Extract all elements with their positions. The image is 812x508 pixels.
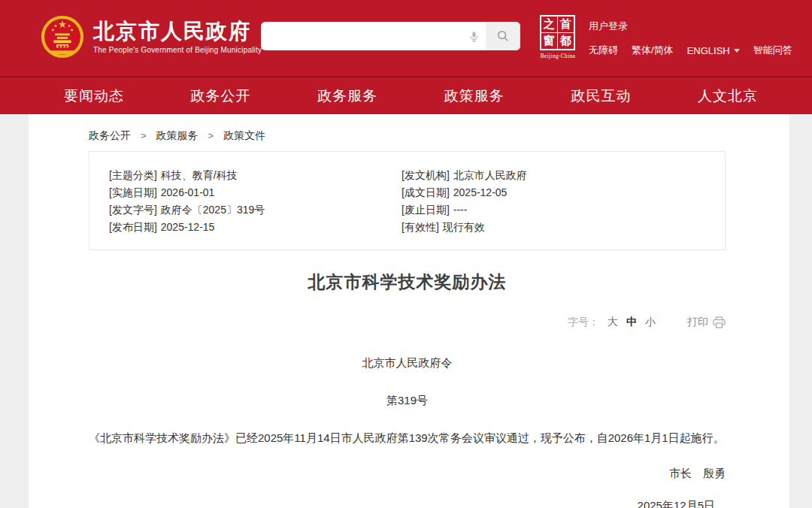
meta-row-signed-date: [成文日期]2025-12-05 bbox=[401, 184, 717, 201]
meta-label: [发布日期] bbox=[109, 221, 157, 233]
search-bar bbox=[261, 22, 520, 50]
breadcrumb-item-policy-services[interactable]: 政策服务 bbox=[156, 129, 198, 141]
document-toolbar: 字号： 大 中 小 打印 bbox=[89, 316, 726, 329]
nav-item-public-interaction[interactable]: 政民互动 bbox=[571, 86, 631, 106]
seal-char: 之 bbox=[541, 17, 558, 33]
page: 北京市人民政府 The People's Government of Beiji… bbox=[0, 0, 812, 508]
date-line: 2025年12月5日 bbox=[89, 497, 726, 508]
font-size-label: 字号： bbox=[568, 316, 599, 329]
decree-paragraph: 《北京市科学技术奖励办法》已经2025年11月14日市人民政府第139次常务会议… bbox=[89, 429, 726, 446]
search-icon bbox=[496, 29, 510, 43]
meta-row-topic: [主题分类]科技、教育/科技 bbox=[109, 167, 401, 184]
english-label: ENGLISH bbox=[687, 45, 730, 56]
search-button[interactable] bbox=[486, 22, 520, 50]
breadcrumb-separator: > bbox=[141, 130, 147, 141]
english-link[interactable]: ENGLISH bbox=[687, 45, 740, 56]
decree-issuer: 北京市人民政府令 bbox=[89, 354, 726, 371]
print-label: 打印 bbox=[687, 316, 708, 329]
seal-caption: Beijing-China bbox=[540, 53, 576, 59]
metadata-left-column: [主题分类]科技、教育/科技 [实施日期]2026-01-01 [发文字号]政府… bbox=[109, 167, 401, 236]
quick-links: 无障碍 繁体/简体 ENGLISH 智能问答 bbox=[589, 44, 792, 57]
smart-qa-link[interactable]: 智能问答 bbox=[753, 44, 792, 57]
logo-text: 北京市人民政府 The People's Government of Beiji… bbox=[93, 20, 262, 54]
meta-label: [有效性] bbox=[401, 221, 439, 233]
site-logo[interactable]: 北京市人民政府 The People's Government of Beiji… bbox=[41, 15, 262, 59]
meta-value: 2025-12-05 bbox=[453, 186, 508, 198]
national-emblem-icon bbox=[41, 15, 84, 59]
main-nav: 要闻动态 政务公开 政务服务 政策服务 政民互动 人文北京 bbox=[0, 76, 812, 114]
breadcrumb-item-policy-documents[interactable]: 政策文件 bbox=[223, 129, 265, 141]
nav-item-gov-disclosure[interactable]: 政务公开 bbox=[191, 86, 251, 106]
nav-item-news[interactable]: 要闻动态 bbox=[64, 86, 124, 106]
printer-icon bbox=[713, 316, 726, 328]
meta-row-issuing-agency: [发文机构]北京市人民政府 bbox=[401, 167, 717, 184]
meta-row-doc-number: [发文字号]政府令〔2025〕319号 bbox=[109, 201, 401, 219]
signature-line: 市长 殷勇 bbox=[89, 464, 726, 482]
seal-char: 都 bbox=[558, 33, 574, 50]
meta-value: 政府令〔2025〕319号 bbox=[161, 204, 265, 216]
voice-search-button[interactable] bbox=[462, 22, 486, 50]
meta-label: [发文字号] bbox=[109, 204, 157, 216]
nav-item-gov-services[interactable]: 政务服务 bbox=[317, 86, 377, 106]
meta-label: [主题分类] bbox=[109, 169, 157, 181]
search-input[interactable] bbox=[261, 22, 462, 50]
accessibility-link[interactable]: 无障碍 bbox=[589, 44, 618, 57]
meta-value: 2025-12-15 bbox=[161, 221, 215, 233]
capital-window-seal-icon: 之 首 窗 都 bbox=[540, 15, 575, 50]
meta-row-validity: [有效性]现行有效 bbox=[401, 219, 717, 236]
font-size-large-button[interactable]: 大 bbox=[607, 316, 618, 329]
header-links: 用户登录 无障碍 繁体/简体 ENGLISH 智能问答 bbox=[589, 19, 792, 57]
site-subtitle: The People's Government of Beijing Munic… bbox=[93, 46, 262, 54]
traditional-simplified-link[interactable]: 繁体/简体 bbox=[632, 44, 674, 57]
meta-value: 2026-01-01 bbox=[161, 186, 215, 198]
decree-number: 第319号 bbox=[89, 392, 726, 409]
meta-label: [发文机构] bbox=[401, 169, 450, 181]
dropdown-arrow-icon bbox=[734, 49, 740, 53]
site-title: 北京市人民政府 bbox=[93, 20, 262, 44]
meta-row-effective-date: [实施日期]2026-01-01 bbox=[109, 184, 401, 201]
font-size-small-button[interactable]: 小 bbox=[645, 316, 656, 329]
microphone-icon bbox=[468, 30, 480, 43]
meta-label: [实施日期] bbox=[109, 186, 157, 198]
meta-value: ---- bbox=[453, 204, 468, 216]
document-title: 北京市科学技术奖励办法 bbox=[89, 271, 726, 294]
meta-value: 科技、教育/科技 bbox=[161, 169, 238, 181]
capital-window-logo[interactable]: 之 首 窗 都 Beijing-China bbox=[540, 15, 576, 59]
nav-item-policy-services[interactable]: 政策服务 bbox=[444, 86, 504, 106]
meta-value: 现行有效 bbox=[443, 221, 485, 233]
breadcrumb-item-gov-disclosure[interactable]: 政务公开 bbox=[89, 129, 131, 141]
print-button[interactable]: 打印 bbox=[687, 316, 726, 329]
metadata-right-column: [发文机构]北京市人民政府 [成文日期]2025-12-05 [废止日期]---… bbox=[401, 167, 717, 236]
content-inner: 政务公开>政策服务>政策文件 [主题分类]科技、教育/科技 [实施日期]2026… bbox=[29, 114, 789, 508]
meta-row-publish-date: [发布日期]2025-12-15 bbox=[109, 219, 401, 236]
content-panel: 政务公开>政策服务>政策文件 [主题分类]科技、教育/科技 [实施日期]2026… bbox=[29, 114, 789, 508]
user-login-link[interactable]: 用户登录 bbox=[589, 20, 628, 33]
nav-item-culture-beijing[interactable]: 人文北京 bbox=[698, 86, 758, 106]
site-header: 北京市人民政府 The People's Government of Beiji… bbox=[0, 0, 812, 76]
breadcrumb: 政务公开>政策服务>政策文件 bbox=[89, 114, 726, 143]
font-size-medium-button[interactable]: 中 bbox=[626, 316, 637, 329]
seal-char: 窗 bbox=[541, 33, 558, 50]
meta-value: 北京市人民政府 bbox=[453, 169, 527, 181]
breadcrumb-separator: > bbox=[208, 130, 214, 141]
meta-label: [废止日期] bbox=[401, 204, 450, 216]
document-body: 北京市人民政府令 第319号 《北京市科学技术奖励办法》已经2025年11月14… bbox=[89, 354, 726, 508]
metadata-box: [主题分类]科技、教育/科技 [实施日期]2026-01-01 [发文字号]政府… bbox=[89, 151, 726, 250]
meta-label: [成文日期] bbox=[401, 186, 450, 198]
meta-row-repeal-date: [废止日期]---- bbox=[401, 201, 717, 219]
seal-char: 首 bbox=[558, 17, 574, 33]
